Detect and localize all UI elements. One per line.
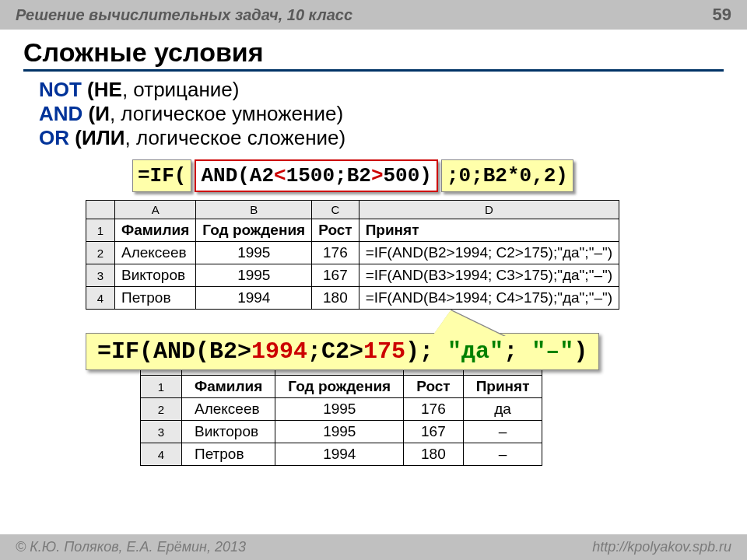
bullet-or: OR (ИЛИ, логическое сложение) <box>39 126 724 150</box>
formula-condition: AND(A2<1500;B2>500) <box>195 159 438 192</box>
spreadsheet-results: A B C D 1 Фамилия Год рождения Рост Прин… <box>140 356 542 466</box>
kw-and: AND <box>39 102 82 125</box>
table-row: 1 Фамилия Год рождения Рост Принят <box>86 219 619 242</box>
table-row: 3 Викторов 1995 167 =IF(AND(B3>1994; C3>… <box>86 264 619 287</box>
table-row: 2 Алексеев 1995 176 да <box>141 398 542 421</box>
bullet-and: AND (И, логическое умножение) <box>39 102 724 126</box>
formula-if-example: =IF( AND(A2<1500;B2>500) ;0;B2*0,2) <box>132 159 724 192</box>
col-c: C <box>312 201 359 219</box>
col-b: B <box>196 201 312 219</box>
table-row: 3 Викторов 1995 167 – <box>141 421 542 443</box>
col-d: D <box>359 201 619 219</box>
kw-or: OR <box>39 126 69 149</box>
content-area: NOT (НЕ, отрицание) AND (И, логическое у… <box>0 72 747 466</box>
formula-left: =IF( <box>132 159 191 192</box>
slide-header: Решение вычислительных задач, 10 класс 5… <box>0 0 747 30</box>
table-row: 4 Петров 1994 180 =IF(AND(B4>1994; C4>17… <box>86 287 619 310</box>
col-a: A <box>115 201 196 219</box>
spreadsheet-formulas: A B C D 1 Фамилия Год рождения Рост Прин… <box>86 200 619 310</box>
slide-footer: © К.Ю. Поляков, Е.А. Ерёмин, 2013 http:/… <box>0 534 747 560</box>
table-row: 1 Фамилия Год рождения Рост Принят <box>141 376 542 398</box>
table-row: 2 Алексеев 1995 176 =IF(AND(B2>1994; C2>… <box>86 242 619 264</box>
footer-url: http://kpolyakov.spb.ru <box>592 539 731 555</box>
kw-not: NOT <box>39 78 82 101</box>
table-row: 4 Петров 1994 180 – <box>141 443 542 466</box>
copyright: © К.Ю. Поляков, Е.А. Ерёмин, 2013 <box>16 539 246 555</box>
slide-title: Сложные условия <box>23 37 724 72</box>
formula-callout: =IF(AND(B2>1994;C2>175); "да"; "–") <box>86 333 599 370</box>
formula-right: ;0;B2*0,2) <box>441 159 573 192</box>
page-number: 59 <box>713 5 731 25</box>
course-title: Решение вычислительных задач, 10 класс <box>16 6 352 24</box>
bullet-not: NOT (НЕ, отрицание) <box>39 78 724 102</box>
col-corner <box>86 201 115 219</box>
